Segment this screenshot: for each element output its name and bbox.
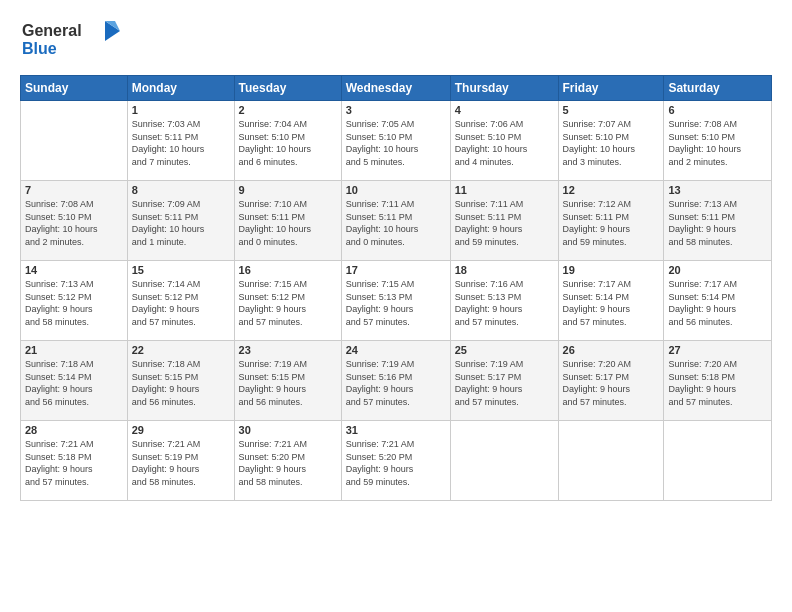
calendar-cell: 12Sunrise: 7:12 AM Sunset: 5:11 PM Dayli… (558, 181, 664, 261)
day-number: 19 (563, 264, 660, 276)
calendar-cell: 21Sunrise: 7:18 AM Sunset: 5:14 PM Dayli… (21, 341, 128, 421)
page: General Blue SundayMondayTuesdayWednesda… (0, 0, 792, 612)
day-number: 28 (25, 424, 123, 436)
day-info: Sunrise: 7:19 AM Sunset: 5:16 PM Dayligh… (346, 358, 446, 408)
day-number: 18 (455, 264, 554, 276)
day-info: Sunrise: 7:11 AM Sunset: 5:11 PM Dayligh… (455, 198, 554, 248)
day-info: Sunrise: 7:21 AM Sunset: 5:20 PM Dayligh… (346, 438, 446, 488)
day-number: 6 (668, 104, 767, 116)
day-info: Sunrise: 7:11 AM Sunset: 5:11 PM Dayligh… (346, 198, 446, 248)
calendar-cell: 8Sunrise: 7:09 AM Sunset: 5:11 PM Daylig… (127, 181, 234, 261)
day-info: Sunrise: 7:15 AM Sunset: 5:13 PM Dayligh… (346, 278, 446, 328)
day-number: 22 (132, 344, 230, 356)
calendar-cell: 14Sunrise: 7:13 AM Sunset: 5:12 PM Dayli… (21, 261, 128, 341)
calendar-cell: 24Sunrise: 7:19 AM Sunset: 5:16 PM Dayli… (341, 341, 450, 421)
day-info: Sunrise: 7:13 AM Sunset: 5:11 PM Dayligh… (668, 198, 767, 248)
day-number: 9 (239, 184, 337, 196)
day-info: Sunrise: 7:21 AM Sunset: 5:18 PM Dayligh… (25, 438, 123, 488)
day-number: 2 (239, 104, 337, 116)
calendar-cell (21, 101, 128, 181)
day-number: 8 (132, 184, 230, 196)
calendar-cell: 25Sunrise: 7:19 AM Sunset: 5:17 PM Dayli… (450, 341, 558, 421)
calendar-cell: 23Sunrise: 7:19 AM Sunset: 5:15 PM Dayli… (234, 341, 341, 421)
day-info: Sunrise: 7:06 AM Sunset: 5:10 PM Dayligh… (455, 118, 554, 168)
calendar-cell: 11Sunrise: 7:11 AM Sunset: 5:11 PM Dayli… (450, 181, 558, 261)
weekday-sunday: Sunday (21, 76, 128, 101)
day-info: Sunrise: 7:19 AM Sunset: 5:17 PM Dayligh… (455, 358, 554, 408)
day-info: Sunrise: 7:13 AM Sunset: 5:12 PM Dayligh… (25, 278, 123, 328)
day-number: 24 (346, 344, 446, 356)
weekday-tuesday: Tuesday (234, 76, 341, 101)
calendar-week-1: 1Sunrise: 7:03 AM Sunset: 5:11 PM Daylig… (21, 101, 772, 181)
day-number: 17 (346, 264, 446, 276)
calendar-cell: 19Sunrise: 7:17 AM Sunset: 5:14 PM Dayli… (558, 261, 664, 341)
day-info: Sunrise: 7:07 AM Sunset: 5:10 PM Dayligh… (563, 118, 660, 168)
calendar-week-3: 14Sunrise: 7:13 AM Sunset: 5:12 PM Dayli… (21, 261, 772, 341)
day-number: 1 (132, 104, 230, 116)
day-number: 11 (455, 184, 554, 196)
day-info: Sunrise: 7:03 AM Sunset: 5:11 PM Dayligh… (132, 118, 230, 168)
day-number: 4 (455, 104, 554, 116)
day-number: 10 (346, 184, 446, 196)
day-info: Sunrise: 7:08 AM Sunset: 5:10 PM Dayligh… (668, 118, 767, 168)
calendar-cell: 16Sunrise: 7:15 AM Sunset: 5:12 PM Dayli… (234, 261, 341, 341)
calendar-cell: 2Sunrise: 7:04 AM Sunset: 5:10 PM Daylig… (234, 101, 341, 181)
day-number: 23 (239, 344, 337, 356)
day-number: 16 (239, 264, 337, 276)
weekday-wednesday: Wednesday (341, 76, 450, 101)
day-number: 14 (25, 264, 123, 276)
day-number: 20 (668, 264, 767, 276)
day-number: 15 (132, 264, 230, 276)
calendar-cell: 28Sunrise: 7:21 AM Sunset: 5:18 PM Dayli… (21, 421, 128, 501)
svg-text:General: General (22, 22, 82, 39)
day-info: Sunrise: 7:21 AM Sunset: 5:20 PM Dayligh… (239, 438, 337, 488)
day-info: Sunrise: 7:18 AM Sunset: 5:14 PM Dayligh… (25, 358, 123, 408)
day-number: 26 (563, 344, 660, 356)
calendar-cell: 6Sunrise: 7:08 AM Sunset: 5:10 PM Daylig… (664, 101, 772, 181)
weekday-header-row: SundayMondayTuesdayWednesdayThursdayFrid… (21, 76, 772, 101)
calendar-cell: 15Sunrise: 7:14 AM Sunset: 5:12 PM Dayli… (127, 261, 234, 341)
day-number: 21 (25, 344, 123, 356)
header: General Blue (20, 16, 772, 65)
calendar-cell (450, 421, 558, 501)
calendar-cell: 17Sunrise: 7:15 AM Sunset: 5:13 PM Dayli… (341, 261, 450, 341)
calendar-cell: 18Sunrise: 7:16 AM Sunset: 5:13 PM Dayli… (450, 261, 558, 341)
day-info: Sunrise: 7:14 AM Sunset: 5:12 PM Dayligh… (132, 278, 230, 328)
calendar-cell: 10Sunrise: 7:11 AM Sunset: 5:11 PM Dayli… (341, 181, 450, 261)
day-number: 7 (25, 184, 123, 196)
day-number: 3 (346, 104, 446, 116)
calendar-cell: 9Sunrise: 7:10 AM Sunset: 5:11 PM Daylig… (234, 181, 341, 261)
day-number: 29 (132, 424, 230, 436)
calendar-cell: 1Sunrise: 7:03 AM Sunset: 5:11 PM Daylig… (127, 101, 234, 181)
day-info: Sunrise: 7:21 AM Sunset: 5:19 PM Dayligh… (132, 438, 230, 488)
day-number: 27 (668, 344, 767, 356)
calendar-cell: 27Sunrise: 7:20 AM Sunset: 5:18 PM Dayli… (664, 341, 772, 421)
day-info: Sunrise: 7:05 AM Sunset: 5:10 PM Dayligh… (346, 118, 446, 168)
day-info: Sunrise: 7:20 AM Sunset: 5:18 PM Dayligh… (668, 358, 767, 408)
day-info: Sunrise: 7:15 AM Sunset: 5:12 PM Dayligh… (239, 278, 337, 328)
day-info: Sunrise: 7:09 AM Sunset: 5:11 PM Dayligh… (132, 198, 230, 248)
logo: General Blue (20, 16, 130, 65)
day-number: 12 (563, 184, 660, 196)
calendar-cell: 20Sunrise: 7:17 AM Sunset: 5:14 PM Dayli… (664, 261, 772, 341)
calendar-cell: 22Sunrise: 7:18 AM Sunset: 5:15 PM Dayli… (127, 341, 234, 421)
weekday-saturday: Saturday (664, 76, 772, 101)
day-number: 31 (346, 424, 446, 436)
day-info: Sunrise: 7:20 AM Sunset: 5:17 PM Dayligh… (563, 358, 660, 408)
day-info: Sunrise: 7:16 AM Sunset: 5:13 PM Dayligh… (455, 278, 554, 328)
calendar-week-5: 28Sunrise: 7:21 AM Sunset: 5:18 PM Dayli… (21, 421, 772, 501)
calendar-cell: 30Sunrise: 7:21 AM Sunset: 5:20 PM Dayli… (234, 421, 341, 501)
day-info: Sunrise: 7:04 AM Sunset: 5:10 PM Dayligh… (239, 118, 337, 168)
day-info: Sunrise: 7:08 AM Sunset: 5:10 PM Dayligh… (25, 198, 123, 248)
calendar-cell: 4Sunrise: 7:06 AM Sunset: 5:10 PM Daylig… (450, 101, 558, 181)
calendar-cell (664, 421, 772, 501)
calendar-week-2: 7Sunrise: 7:08 AM Sunset: 5:10 PM Daylig… (21, 181, 772, 261)
day-info: Sunrise: 7:10 AM Sunset: 5:11 PM Dayligh… (239, 198, 337, 248)
weekday-monday: Monday (127, 76, 234, 101)
day-number: 5 (563, 104, 660, 116)
calendar-week-4: 21Sunrise: 7:18 AM Sunset: 5:14 PM Dayli… (21, 341, 772, 421)
calendar-cell: 26Sunrise: 7:20 AM Sunset: 5:17 PM Dayli… (558, 341, 664, 421)
day-info: Sunrise: 7:17 AM Sunset: 5:14 PM Dayligh… (563, 278, 660, 328)
calendar-cell (558, 421, 664, 501)
day-number: 30 (239, 424, 337, 436)
